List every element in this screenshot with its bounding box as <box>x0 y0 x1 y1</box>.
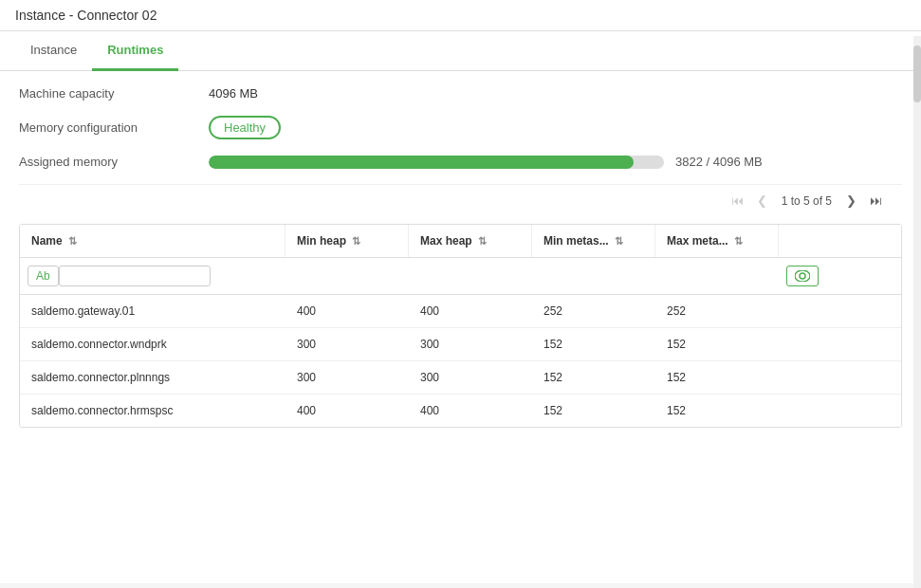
filter-ab-button[interactable]: Ab <box>28 266 59 286</box>
td-minmeta-2: 152 <box>532 361 655 394</box>
pagination-row: ⏮ ❮ 1 to 5 of 5 ❯ ⏭ <box>19 184 902 216</box>
table-row: saldemo.gateway.01 400 400 252 252 <box>20 295 901 328</box>
td-name-3: saldemo.connector.hrmspsc <box>20 395 286 427</box>
main-container: Instance Runtimes Machine capacity 4096 … <box>0 31 921 583</box>
progress-text: 3822 / 4096 MB <box>675 155 763 169</box>
prev-page-button[interactable]: ❮ <box>752 191 772 211</box>
th-name: Name ⇅ <box>20 225 286 257</box>
td-maxmeta-1: 152 <box>655 328 779 360</box>
content-area: Machine capacity 4096 MB Memory configur… <box>0 71 921 583</box>
filter-name-cell: Ab <box>20 262 286 290</box>
page-info: 1 to 5 of 5 <box>776 194 838 208</box>
td-minmeta-1: 152 <box>532 328 655 360</box>
table-row: saldemo.connector.hrmspsc 400 400 152 15… <box>20 395 901 427</box>
filter-maxheap-cell <box>409 262 532 290</box>
td-minheap-3: 400 <box>286 395 409 427</box>
filter-row: Ab <box>20 258 901 295</box>
tab-instance[interactable]: Instance <box>15 31 92 71</box>
td-actions-3 <box>779 395 836 427</box>
filter-eye-cell <box>779 262 836 290</box>
td-minheap-0: 400 <box>286 295 409 327</box>
machine-capacity-value: 4096 MB <box>209 86 258 101</box>
machine-capacity-label: Machine capacity <box>19 86 209 101</box>
tabs: Instance Runtimes <box>0 31 921 71</box>
runtimes-table: Name ⇅ Min heap ⇅ Max heap ⇅ Min metas..… <box>19 224 902 428</box>
scrollbar-track[interactable] <box>913 36 921 588</box>
filter-name-input[interactable] <box>59 266 211 286</box>
next-page-button[interactable]: ❯ <box>841 191 861 211</box>
td-minheap-1: 300 <box>286 328 409 360</box>
td-maxheap-2: 300 <box>409 361 532 394</box>
sort-maxmeta-icon[interactable]: ⇅ <box>734 235 743 248</box>
td-maxmeta-2: 152 <box>655 361 779 394</box>
td-maxmeta-0: 252 <box>655 295 779 327</box>
td-name-2: saldemo.connector.plnnngs <box>20 361 286 394</box>
td-actions-1 <box>779 328 836 360</box>
table-row: saldemo.connector.wndprk 300 300 152 152 <box>20 328 901 361</box>
eye-button[interactable] <box>786 266 819 286</box>
table-row: saldemo.connector.plnnngs 300 300 152 15… <box>20 361 901 395</box>
filter-minheap-cell <box>286 262 409 290</box>
filter-maxmeta-cell <box>655 262 779 290</box>
sort-minmeta-icon[interactable]: ⇅ <box>615 235 623 248</box>
td-minmeta-0: 252 <box>532 295 655 327</box>
table-header: Name ⇅ Min heap ⇅ Max heap ⇅ Min metas..… <box>20 225 901 258</box>
scrollbar-thumb[interactable] <box>913 46 921 102</box>
machine-capacity-row: Machine capacity 4096 MB <box>19 86 902 101</box>
td-name-0: saldemo.gateway.01 <box>20 295 286 327</box>
td-maxheap-0: 400 <box>409 295 532 327</box>
th-actions <box>779 225 836 257</box>
first-page-button[interactable]: ⏮ <box>727 191 748 211</box>
td-maxheap-3: 400 <box>409 395 532 427</box>
td-minmeta-3: 152 <box>532 395 655 427</box>
td-actions-2 <box>779 361 836 394</box>
progress-bar-background <box>209 156 664 169</box>
td-maxmeta-3: 152 <box>655 395 779 427</box>
svg-point-1 <box>800 273 805 279</box>
td-name-1: saldemo.connector.wndprk <box>20 328 286 360</box>
title-bar: Instance - Connector 02 <box>0 0 921 31</box>
assigned-memory-progress: 3822 / 4096 MB <box>209 155 763 169</box>
last-page-button[interactable]: ⏭ <box>865 191 887 211</box>
td-actions-0 <box>779 295 836 327</box>
td-minheap-2: 300 <box>286 361 409 394</box>
assigned-memory-row: Assigned memory 3822 / 4096 MB <box>19 155 902 169</box>
td-maxheap-1: 300 <box>409 328 532 360</box>
eye-icon <box>795 270 810 282</box>
th-max-meta: Max meta... ⇅ <box>655 225 779 257</box>
th-min-heap: Min heap ⇅ <box>286 225 409 257</box>
th-min-meta: Min metas... ⇅ <box>532 225 655 257</box>
assigned-memory-label: Assigned memory <box>19 155 209 169</box>
healthy-badge: Healthy <box>209 116 281 139</box>
sort-minheap-icon[interactable]: ⇅ <box>352 235 360 248</box>
progress-bar-fill <box>209 156 634 169</box>
sort-maxheap-icon[interactable]: ⇅ <box>478 235 487 248</box>
memory-configuration-label: Memory configuration <box>19 120 209 135</box>
sort-name-icon[interactable]: ⇅ <box>68 235 77 248</box>
svg-point-0 <box>795 270 810 282</box>
th-max-heap: Max heap ⇅ <box>409 225 532 257</box>
filter-minmeta-cell <box>532 262 655 290</box>
memory-configuration-row: Memory configuration Healthy <box>19 116 902 139</box>
page-title: Instance - Connector 02 <box>15 8 157 23</box>
tab-runtimes[interactable]: Runtimes <box>92 31 178 71</box>
